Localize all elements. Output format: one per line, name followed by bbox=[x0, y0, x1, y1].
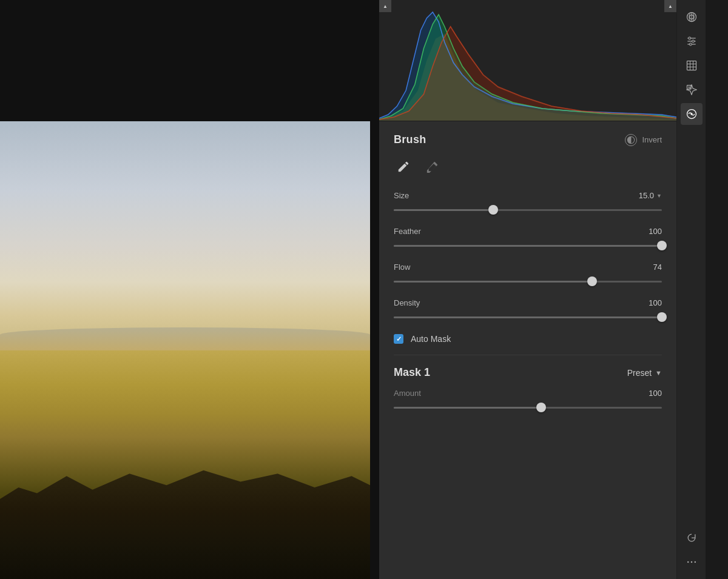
amount-fill bbox=[394, 407, 541, 409]
toolbar-transform-button[interactable] bbox=[681, 55, 703, 76]
right-toolbar bbox=[676, 0, 706, 579]
preset-dropdown-arrow: ▼ bbox=[655, 369, 662, 377]
feather-slider-row: Feather 100 bbox=[394, 227, 662, 252]
feather-label-row: Feather 100 bbox=[394, 227, 662, 236]
svg-point-20 bbox=[690, 561, 692, 563]
flow-label-row: Flow 74 bbox=[394, 263, 662, 272]
amount-track bbox=[394, 407, 662, 409]
section-divider bbox=[394, 355, 662, 355]
svg-point-9 bbox=[692, 40, 694, 42]
toolbar-adjustments-button[interactable] bbox=[681, 30, 703, 52]
flow-track bbox=[394, 281, 662, 283]
svg-point-18 bbox=[690, 113, 692, 115]
svg-rect-11 bbox=[687, 61, 696, 70]
svg-point-19 bbox=[687, 561, 689, 563]
histogram-canvas bbox=[379, 0, 676, 121]
amount-slider-row: Amount 100 bbox=[394, 389, 662, 413]
flow-thumb[interactable] bbox=[587, 276, 597, 286]
eraser-tool-button[interactable] bbox=[423, 157, 442, 176]
photo-area bbox=[0, 0, 379, 579]
brush-title: Brush bbox=[394, 133, 426, 146]
invert-label: Invert bbox=[642, 135, 662, 144]
invert-icon bbox=[625, 134, 637, 146]
brush-tools bbox=[394, 157, 662, 176]
density-value: 100 bbox=[649, 298, 662, 307]
amount-label: Amount bbox=[394, 389, 421, 398]
panel-content[interactable]: Brush Invert bbox=[379, 121, 676, 579]
density-label-row: Density 100 bbox=[394, 298, 662, 307]
size-thumb[interactable] bbox=[488, 205, 498, 215]
size-label-row: Size 15.0 ▼ bbox=[394, 191, 662, 200]
svg-point-10 bbox=[689, 43, 692, 45]
density-track bbox=[394, 316, 662, 318]
svg-point-8 bbox=[688, 37, 690, 39]
photo-canvas bbox=[0, 121, 370, 579]
preset-label: Preset bbox=[627, 368, 652, 378]
top-black-bar bbox=[0, 0, 379, 121]
size-slider-row: Size 15.0 ▼ bbox=[394, 191, 662, 216]
mask-title: Mask 1 bbox=[394, 366, 430, 379]
right-panel: ▲ ▲ Brush Invert bbox=[379, 0, 676, 579]
amount-thumb[interactable] bbox=[536, 403, 546, 412]
svg-point-21 bbox=[694, 561, 696, 563]
mask-header: Mask 1 Preset ▼ bbox=[394, 366, 662, 379]
sky-layer bbox=[0, 121, 370, 350]
brush-header: Brush Invert bbox=[394, 133, 662, 146]
density-slider-row: Density 100 bbox=[394, 298, 662, 323]
toolbar-grid-button[interactable] bbox=[681, 6, 703, 28]
feather-thumb[interactable] bbox=[657, 241, 667, 250]
flow-slider-row: Flow 74 bbox=[394, 263, 662, 287]
size-label: Size bbox=[394, 191, 409, 200]
toolbar-more-button[interactable] bbox=[681, 551, 703, 573]
size-fill bbox=[394, 209, 493, 211]
toolbar-healing-button[interactable] bbox=[681, 79, 703, 101]
amount-label-row: Amount 100 bbox=[394, 389, 662, 398]
flow-value: 74 bbox=[653, 263, 662, 272]
auto-mask-checkbox[interactable] bbox=[394, 334, 403, 344]
brush-tool-button[interactable] bbox=[394, 157, 413, 176]
auto-mask-label: Auto Mask bbox=[411, 334, 451, 344]
feather-track bbox=[394, 245, 662, 247]
size-slider[interactable] bbox=[394, 204, 662, 216]
feather-value: 100 bbox=[649, 227, 662, 236]
flow-fill bbox=[394, 281, 592, 283]
flow-label: Flow bbox=[394, 263, 410, 272]
amount-value: 100 bbox=[649, 389, 662, 398]
histogram: ▲ ▲ bbox=[379, 0, 676, 121]
histogram-clipping-shadows[interactable]: ▲ bbox=[379, 0, 391, 12]
feather-slider[interactable] bbox=[394, 239, 662, 252]
size-dropdown-arrow[interactable]: ▼ bbox=[656, 193, 662, 199]
amount-slider[interactable] bbox=[394, 401, 662, 413]
feather-label: Feather bbox=[394, 227, 421, 236]
feather-fill bbox=[394, 245, 662, 247]
size-track bbox=[394, 209, 662, 211]
flow-slider[interactable] bbox=[394, 275, 662, 287]
auto-mask-row[interactable]: Auto Mask bbox=[394, 334, 662, 344]
histogram-clipping-highlights[interactable]: ▲ bbox=[664, 0, 676, 12]
toolbar-history-button[interactable] bbox=[681, 527, 703, 549]
density-label: Density bbox=[394, 298, 420, 307]
density-thumb[interactable] bbox=[657, 312, 667, 322]
size-value: 15.0 ▼ bbox=[639, 191, 662, 200]
density-slider[interactable] bbox=[394, 311, 662, 323]
invert-button[interactable]: Invert bbox=[625, 134, 662, 146]
toolbar-masking-button[interactable] bbox=[681, 103, 703, 125]
density-fill bbox=[394, 316, 662, 318]
preset-button[interactable]: Preset ▼ bbox=[627, 368, 662, 378]
